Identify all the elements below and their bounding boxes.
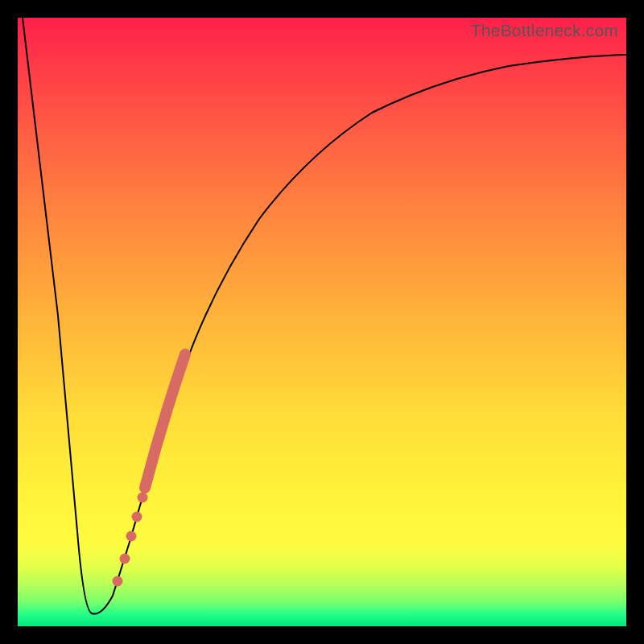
marker-dot	[132, 512, 142, 522]
marker-dot	[138, 493, 148, 503]
highlight-segment	[145, 354, 185, 488]
chart-frame: TheBottleneck.com	[0, 0, 644, 644]
marker-dot	[126, 531, 137, 542]
plot-area: TheBottleneck.com	[18, 18, 626, 626]
chart-svg	[18, 18, 626, 626]
bottleneck-curve	[23, 18, 626, 614]
marker-dot	[120, 554, 130, 564]
marker-dot	[113, 576, 123, 587]
